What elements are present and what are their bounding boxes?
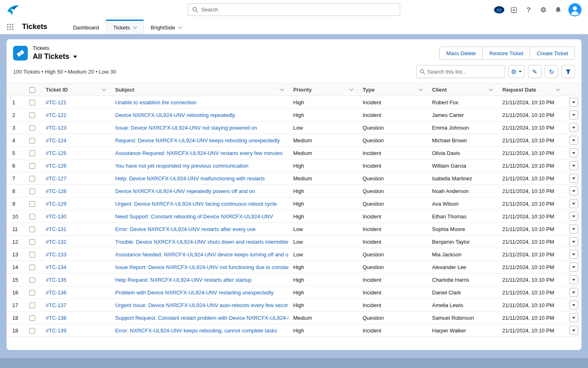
ticket-subject-link[interactable]: Urgent: Device NXRCFX-UL924-UNV facing c… [115,201,277,207]
ticket-subject-link[interactable]: Help Request: NXRCFX-UL924-UNV restarts … [115,277,252,283]
ticket-id-link[interactable]: #TC-138 [46,315,67,321]
list-settings-button[interactable]: ⚙ [508,65,525,78]
row-actions-button[interactable] [569,275,578,284]
column-header-subject[interactable]: Subject [110,83,288,96]
row-actions-button[interactable] [569,212,578,221]
view-selector[interactable]: All Tickets [33,52,77,61]
ticket-id-link[interactable]: #TC-136 [46,289,67,296]
ticket-subject-link[interactable]: Error: Device NXRCFX-UL924-UNV restarts … [115,226,256,232]
row-checkbox[interactable] [29,100,35,105]
row-checkbox[interactable] [29,188,35,194]
ticket-subject-link[interactable]: Help: Device NXRCFX-UL924-UNV malfunctio… [115,175,265,182]
row-actions-button[interactable] [569,288,578,297]
ticket-id-link[interactable]: #TC-139 [46,328,67,334]
row-actions-button[interactable] [569,136,578,145]
einstein-icon[interactable] [492,3,506,16]
column-header-client[interactable]: Client [427,83,497,96]
ticket-id-link[interactable]: #TC-122 [46,112,67,118]
create-ticket-button[interactable]: Create Ticket [530,47,575,60]
ticket-id-link[interactable]: #TC-124 [46,137,67,144]
row-actions-button[interactable] [569,110,578,119]
ticket-subject-link[interactable]: Issue Report: Device NXRCFX-UL924-UNV no… [115,264,288,270]
help-icon[interactable]: ? [522,3,535,16]
ticket-subject-link[interactable]: Assistance Required: NXRCFX-UL924-UNV re… [115,150,283,156]
ticket-id-link[interactable]: #TC-126 [46,163,67,169]
ticket-id-link[interactable]: #TC-123 [46,125,67,131]
row-actions-button[interactable] [569,161,578,170]
row-checkbox[interactable] [29,277,35,283]
column-header-priority[interactable]: Priority [288,83,358,96]
ticket-subject-link[interactable]: You have not yet responded my previous c… [115,163,248,169]
ticket-id-link[interactable]: #TC-133 [46,251,67,258]
row-checkbox[interactable] [29,214,35,220]
ticket-subject-link[interactable]: Error: NXRCFX-UL924-UNV keeps rebooting,… [115,328,277,334]
ticket-id-link[interactable]: #TC-127 [46,175,67,182]
ticket-subject-link[interactable]: Unable to establish the connection [115,99,196,105]
ticket-subject-link[interactable]: Issue: Device NXRCFX-UL924-UNV not stayi… [115,125,257,131]
ticket-id-link[interactable]: #TC-130 [46,213,67,220]
select-all-checkbox[interactable] [29,87,35,93]
row-actions-button[interactable] [569,186,578,195]
ticket-subject-link[interactable]: Device NXRCFX-UL924-UNV repeatedly power… [115,188,255,194]
row-checkbox[interactable] [29,290,35,296]
global-search[interactable] [188,3,400,16]
mass-delete-button[interactable]: Mass Delete [439,47,483,60]
column-header-ticket-id[interactable]: Ticket ID [41,83,110,96]
ticket-subject-link[interactable]: Assistance Needed: NXRCFX-UL924-UNV devi… [115,251,288,258]
row-actions-button[interactable] [569,148,578,157]
column-header-request-date[interactable]: Request Date [497,83,564,96]
row-actions-button[interactable] [569,123,578,132]
row-checkbox[interactable] [29,125,35,131]
ticket-id-link[interactable]: #TC-134 [46,264,67,270]
list-search-input[interactable] [428,69,501,75]
column-header-type[interactable]: Type [358,83,427,96]
filter-button[interactable] [561,65,575,78]
row-checkbox[interactable] [29,328,35,334]
setup-icon[interactable]: ⚙ [537,3,550,16]
row-checkbox[interactable] [29,176,35,182]
restore-ticket-button[interactable]: Restore Ticket [482,47,530,60]
row-actions-button[interactable] [569,199,578,208]
row-actions-button[interactable] [569,250,578,259]
tab-brightside[interactable]: BrightSide [144,20,189,34]
ticket-id-link[interactable]: #TC-121 [46,99,67,105]
ticket-id-link[interactable]: #TC-132 [46,239,67,245]
row-checkbox[interactable] [29,201,35,207]
ticket-subject-link[interactable]: Need Support: Constant rebooting of Devi… [115,213,273,220]
app-launcher-icon[interactable] [7,23,14,31]
ticket-id-link[interactable]: #TC-129 [46,201,67,207]
row-checkbox[interactable] [29,252,35,258]
row-checkbox[interactable] [29,239,35,245]
row-checkbox[interactable] [29,150,35,156]
user-avatar[interactable] [568,3,581,16]
row-checkbox[interactable] [29,315,35,321]
row-checkbox[interactable] [29,227,35,232]
notifications-icon[interactable] [551,3,565,16]
ticket-id-link[interactable]: #TC-137 [46,302,67,308]
row-checkbox[interactable] [29,112,35,118]
row-actions-button[interactable] [569,313,578,322]
row-actions-button[interactable] [569,301,578,310]
ticket-subject-link[interactable]: Support Request: Constant restart proble… [115,315,288,321]
ticket-id-link[interactable]: #TC-128 [46,188,67,194]
row-checkbox[interactable] [29,303,35,308]
row-checkbox[interactable] [29,163,35,169]
tab-dashboard[interactable]: Dashboard [66,20,106,34]
row-checkbox[interactable] [29,265,35,270]
edit-button[interactable]: ✎ [528,65,541,78]
row-actions-button[interactable] [569,224,578,233]
refresh-button[interactable]: ↻ [545,65,558,78]
tab-tickets[interactable]: Tickets [106,20,144,34]
global-search-input[interactable] [201,7,396,13]
row-actions-button[interactable] [569,326,578,335]
ticket-subject-link[interactable]: Trouble: Device NXRCFX-UL924-UNV shuts d… [115,239,288,245]
row-actions-button[interactable] [569,263,578,272]
row-actions-button[interactable] [569,174,578,183]
global-actions-icon[interactable] [507,3,521,16]
ticket-id-link[interactable]: #TC-135 [46,277,67,283]
list-search[interactable] [416,65,505,78]
ticket-subject-link[interactable]: Problem with Device NXRCFX-UL924-UNV res… [115,289,274,296]
ticket-subject-link[interactable]: Device NXRCFX-UL924-UNV rebooting repeat… [115,112,236,118]
app-logo-icon[interactable] [7,3,20,16]
row-actions-button[interactable] [569,98,578,107]
